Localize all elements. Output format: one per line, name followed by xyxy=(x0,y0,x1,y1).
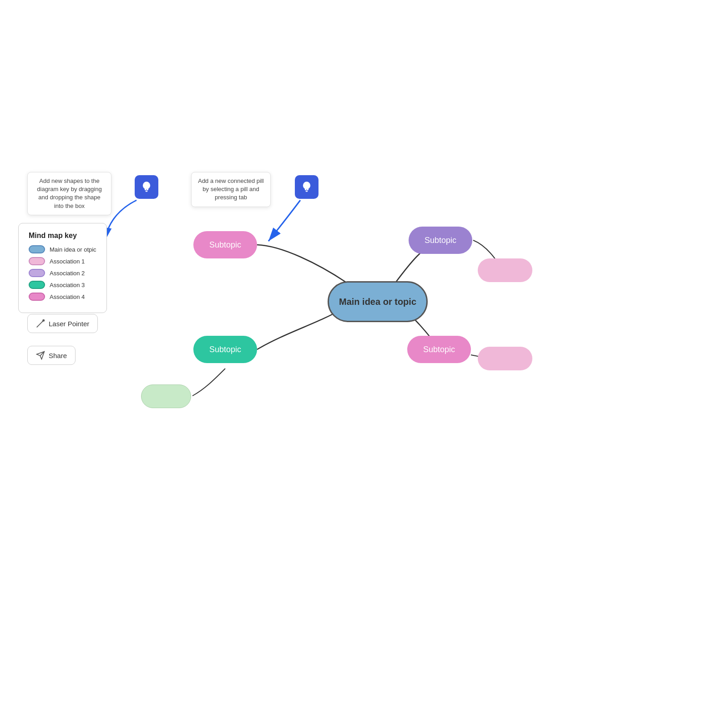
legend-item-2: Association 2 xyxy=(29,269,96,277)
legend-pill-1 xyxy=(29,257,45,265)
legend-label-4: Association 4 xyxy=(50,293,85,300)
left-hint-button[interactable] xyxy=(135,175,158,199)
main-node-label: Main idea or topic xyxy=(339,297,416,307)
legend-box: Mind map key Main idea or otpic Associat… xyxy=(18,223,107,313)
subtopic-node-1[interactable]: Subtopic xyxy=(409,227,472,254)
legend-item-main: Main idea or otpic xyxy=(29,245,96,253)
left-tooltip-text: Add new shapes to the diagram key by dra… xyxy=(37,177,101,209)
svg-point-0 xyxy=(146,184,148,187)
legend-pill-4 xyxy=(29,293,45,301)
subtopic-label-3: Subtopic xyxy=(423,345,455,354)
share-button[interactable]: Share xyxy=(27,346,76,365)
right-tooltip-text: Add a new connected pill by selecting a … xyxy=(198,177,264,201)
association-node-0[interactable] xyxy=(478,258,532,282)
legend-item-1: Association 1 xyxy=(29,257,96,265)
svg-line-4 xyxy=(37,321,43,327)
legend-item-3: Association 3 xyxy=(29,281,96,289)
laser-pointer-button[interactable]: Laser Pointer xyxy=(27,314,98,333)
association-node-1[interactable] xyxy=(478,347,532,370)
legend-label-1: Association 1 xyxy=(50,258,85,265)
lightbulb-icon-2 xyxy=(300,181,313,193)
right-tooltip: Add a new connected pill by selecting a … xyxy=(191,172,271,207)
legend-title: Mind map key xyxy=(29,232,96,240)
legend-item-4: Association 4 xyxy=(29,293,96,301)
subtopic-node-2[interactable]: Subtopic xyxy=(193,336,257,363)
lightbulb-icon xyxy=(140,181,153,193)
legend-label-2: Association 2 xyxy=(50,270,85,277)
svg-point-2 xyxy=(306,184,308,187)
share-icon xyxy=(36,351,45,360)
legend-pill-2 xyxy=(29,269,45,277)
share-label: Share xyxy=(49,352,67,359)
subtopic-label-0: Subtopic xyxy=(209,240,241,250)
association-node-2[interactable] xyxy=(141,384,191,408)
left-tooltip: Add new shapes to the diagram key by dra… xyxy=(27,172,111,215)
mindmap-connections xyxy=(0,0,728,728)
legend-label-3: Association 3 xyxy=(50,282,85,288)
subtopic-label-1: Subtopic xyxy=(425,236,456,245)
main-node[interactable]: Main idea or topic xyxy=(328,281,428,322)
subtopic-label-2: Subtopic xyxy=(209,345,241,354)
subtopic-node-0[interactable]: Subtopic xyxy=(193,231,257,258)
laser-pointer-label: Laser Pointer xyxy=(49,320,89,328)
right-hint-button[interactable] xyxy=(295,175,318,199)
laser-pointer-icon xyxy=(36,319,45,328)
subtopic-node-3[interactable]: Subtopic xyxy=(407,336,471,363)
legend-pill-3 xyxy=(29,281,45,289)
legend-pill-main xyxy=(29,245,45,253)
legend-label-main: Main idea or otpic xyxy=(50,246,96,253)
